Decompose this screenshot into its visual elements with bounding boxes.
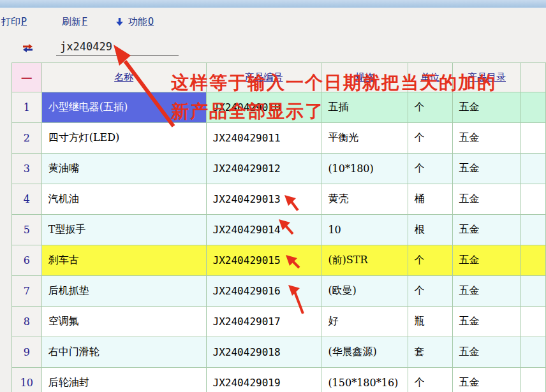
- menu-function-label: 功能: [128, 16, 147, 28]
- table-row: 7后机抓垫JX240429016(欧曼)个五金: [12, 276, 546, 307]
- row-number-cell[interactable]: 2: [12, 123, 42, 154]
- table-cell[interactable]: JX240429019: [206, 368, 321, 392]
- header-extra[interactable]: [521, 63, 546, 92]
- table-cell[interactable]: 五金: [452, 337, 521, 368]
- row-number-cell[interactable]: 8: [12, 307, 42, 337]
- row-number-cell[interactable]: 4: [12, 184, 42, 215]
- table-cell[interactable]: [521, 368, 546, 392]
- table-cell[interactable]: 五金: [452, 123, 521, 154]
- table-cell[interactable]: 四寸方灯(LED): [41, 123, 206, 154]
- row-number-cell[interactable]: 10: [12, 368, 42, 392]
- menu-function-hotkey: O: [148, 16, 154, 27]
- table-cell[interactable]: JX240429018: [206, 337, 321, 368]
- table-cell[interactable]: 五金: [452, 184, 521, 215]
- menu-print-label: 打印: [1, 16, 20, 28]
- menu-print[interactable]: 打印P: [1, 16, 27, 28]
- row-number-cell[interactable]: 9: [12, 337, 42, 368]
- table-cell[interactable]: JX240429015: [206, 245, 321, 276]
- table-cell[interactable]: JX240429013: [206, 184, 321, 215]
- table-cell[interactable]: 个: [408, 368, 452, 392]
- table-cell[interactable]: 五金: [452, 215, 521, 245]
- menu-function[interactable]: 功能O: [128, 16, 154, 28]
- table-cell[interactable]: 右中门滑轮: [41, 337, 206, 368]
- menu-refresh-hotkey: F: [82, 16, 87, 27]
- row-number-cell[interactable]: 7: [12, 276, 42, 307]
- table-cell[interactable]: (前)STR: [321, 245, 408, 276]
- row-number-cell[interactable]: 5: [12, 215, 42, 245]
- table-row: 4汽机油JX240429013黄壳桶五金: [12, 184, 546, 215]
- table-cell[interactable]: (华晨鑫源): [321, 337, 408, 368]
- table-cell[interactable]: 五金: [452, 276, 521, 307]
- table-cell[interactable]: 个: [408, 123, 452, 154]
- table-cell[interactable]: (欧曼): [321, 276, 408, 307]
- table-cell[interactable]: 五金: [452, 92, 521, 123]
- menubar: 打印P 刷新F 功能O: [0, 14, 154, 29]
- table-cell[interactable]: 个: [408, 245, 452, 276]
- table-cell[interactable]: 后机抓垫: [41, 276, 206, 307]
- app-window: 打印P 刷新F 功能O — 名称: [0, 0, 546, 392]
- menu-refresh[interactable]: 刷新F: [62, 16, 87, 28]
- menu-refresh-label: 刷新: [62, 16, 81, 28]
- table-cell[interactable]: 后轮油封: [41, 368, 206, 392]
- down-arrow-icon: [116, 18, 123, 26]
- window-top-strip: [0, 0, 546, 8]
- table-cell[interactable]: 好: [321, 307, 408, 337]
- table-cell[interactable]: 平衡光: [321, 123, 408, 154]
- table-row: 10后轮油封JX240429019(150*180*16)个五金: [12, 368, 546, 392]
- table-cell[interactable]: 汽机油: [41, 184, 206, 215]
- table-cell[interactable]: JX240429017: [206, 307, 321, 337]
- table-cell[interactable]: JX240429011: [206, 123, 321, 154]
- annotation-line1: 这样等于输入一个日期就把当天的加的: [171, 71, 496, 95]
- table-cell[interactable]: 五金: [452, 307, 521, 337]
- table-cell[interactable]: [521, 245, 546, 276]
- table-cell[interactable]: 五金: [452, 368, 521, 392]
- table-cell[interactable]: 瓶: [408, 307, 452, 337]
- table-cell[interactable]: 套: [408, 337, 452, 368]
- row-number-cell[interactable]: 1: [12, 92, 42, 123]
- table-cell[interactable]: T型扳手: [41, 215, 206, 245]
- table-row: 9右中门滑轮JX240429018(华晨鑫源)套五金: [12, 337, 546, 368]
- table-cell[interactable]: 黄壳: [321, 184, 408, 215]
- table-row: 2四寸方灯(LED)JX240429011平衡光个五金: [12, 123, 546, 154]
- table-body: 1小型继电器(五插)JX240429010五插个五金2四寸方灯(LED)JX24…: [12, 92, 546, 392]
- table-row: 8空调氟JX240429017好瓶五金: [12, 307, 546, 337]
- table-cell[interactable]: [521, 215, 546, 245]
- table-cell[interactable]: 五插: [321, 92, 408, 123]
- table-row: 5T型扳手JX24042901410根五金: [12, 215, 546, 245]
- table-cell[interactable]: [521, 184, 546, 215]
- table-cell[interactable]: 刹车古: [41, 245, 206, 276]
- table-cell[interactable]: [521, 337, 546, 368]
- table-row: 6刹车古JX240429015(前)STR个五金: [12, 245, 546, 276]
- table-row: 3黄油嘴JX240429012(10*180)个五金: [12, 154, 546, 184]
- header-dash[interactable]: —: [12, 63, 42, 92]
- table-cell[interactable]: 空调氟: [41, 307, 206, 337]
- table-cell[interactable]: JX240429014: [206, 215, 321, 245]
- table-cell[interactable]: [521, 92, 546, 123]
- table-cell[interactable]: 10: [321, 215, 408, 245]
- table-cell[interactable]: (150*180*16): [321, 368, 408, 392]
- table-cell[interactable]: 黄油嘴: [41, 154, 206, 184]
- table-cell[interactable]: 桶: [408, 184, 452, 215]
- row-number-cell[interactable]: 6: [12, 245, 42, 276]
- table-cell[interactable]: [521, 307, 546, 337]
- table-cell[interactable]: 个: [408, 92, 452, 123]
- search-input[interactable]: [56, 38, 179, 56]
- table-cell[interactable]: 个: [408, 276, 452, 307]
- table-cell[interactable]: 个: [408, 154, 452, 184]
- table-cell[interactable]: 五金: [452, 154, 521, 184]
- annotation-line2: 新产品全部显示了: [171, 99, 324, 124]
- table-cell[interactable]: 五金: [452, 245, 521, 276]
- table-cell[interactable]: JX240429012: [206, 154, 321, 184]
- table-cell[interactable]: [521, 276, 546, 307]
- table-cell[interactable]: (10*180): [321, 154, 408, 184]
- table-cell[interactable]: 根: [408, 215, 452, 245]
- menu-print-hotkey: P: [21, 16, 27, 27]
- table-cell[interactable]: JX240429016: [206, 276, 321, 307]
- row-number-cell[interactable]: 3: [12, 154, 42, 184]
- table-cell[interactable]: [521, 154, 546, 184]
- swap-icon[interactable]: [22, 43, 33, 53]
- table-cell[interactable]: [521, 123, 546, 154]
